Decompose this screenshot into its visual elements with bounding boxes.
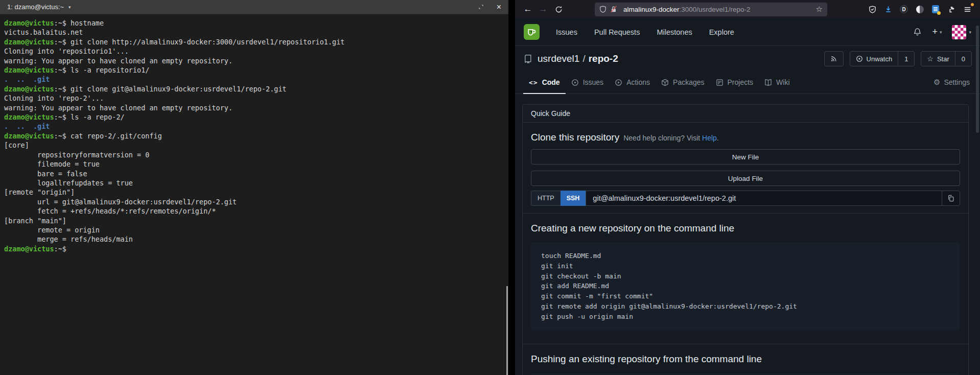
page-scrollbar-thumb[interactable]: [976, 26, 979, 133]
eye-icon: [856, 55, 863, 62]
help-link[interactable]: Help: [702, 134, 717, 142]
terminal-line: dzamo@victus:~$ git clone git@almalinux9…: [4, 84, 508, 93]
create-new-button[interactable]: + ▾: [932, 27, 942, 37]
terminal-line: fetch = +refs/heads/*:refs/remotes/origi…: [4, 206, 508, 216]
terminal-line: . .. .git: [4, 75, 508, 84]
terminal-line: bare = false: [4, 169, 508, 178]
tab-projects[interactable]: Projects: [710, 72, 759, 94]
bookmark-star-icon[interactable]: ☆: [816, 5, 823, 14]
http-toggle-button[interactable]: HTTP: [531, 191, 561, 206]
nav-item-pull-requests[interactable]: Pull Requests: [594, 28, 640, 36]
terminal-line: victus.balaitus.net: [4, 28, 508, 37]
nav-item-milestones[interactable]: Milestones: [657, 28, 692, 36]
reload-button[interactable]: [551, 6, 566, 13]
repo-owner-link[interactable]: usrdevel1: [538, 53, 579, 64]
copy-url-button[interactable]: [942, 191, 960, 206]
ssh-toggle-button[interactable]: SSH: [561, 191, 586, 206]
rss-button[interactable]: [824, 51, 844, 66]
clone-heading: Clone this repositoryNeed help cloning? …: [531, 132, 960, 143]
shield-icon[interactable]: [599, 6, 606, 13]
wiki-book-icon: [764, 79, 772, 86]
terminal-line: Cloning into 'repo-2'...: [4, 93, 508, 103]
unwatch-button-group: Unwatch 1: [850, 51, 915, 66]
terminal-line: Cloning into 'repositorio1'...: [4, 46, 508, 56]
plus-icon: +: [932, 27, 938, 37]
browser-toolbar: ← → almalinux9-docker:3000/usrdevel1/rep…: [515, 0, 980, 18]
package-cube-icon: [661, 79, 669, 86]
tab-issues[interactable]: Issues: [566, 72, 609, 94]
repo-book-icon: [523, 54, 533, 64]
tab-packages[interactable]: Packages: [656, 72, 710, 94]
gear-icon: ⚙: [934, 78, 940, 87]
forward-button[interactable]: →: [535, 4, 551, 14]
d-extension-icon[interactable]: D: [899, 5, 908, 14]
terminal-title: 1: dzamo@victus:~: [7, 3, 64, 11]
shield-check-extension-icon[interactable]: [868, 5, 877, 14]
close-icon[interactable]: ×: [497, 3, 501, 11]
user-menu[interactable]: ▾: [952, 25, 971, 39]
star-count[interactable]: 0: [955, 52, 971, 66]
download-icon[interactable]: [883, 5, 893, 14]
terminal-line: dzamo@victus:~$ ls -a repositorio1/: [4, 65, 508, 75]
url-text: almalinux9-docker:3000/usrdevel1/repo-2: [623, 6, 750, 13]
nav-item-explore[interactable]: Explore: [709, 28, 734, 36]
half-circle-extension-icon[interactable]: [915, 5, 924, 14]
notifications-bell-icon[interactable]: [913, 28, 922, 36]
tab-code[interactable]: <> Code: [523, 72, 566, 94]
terminal-line: repositoryformatversion = 0: [4, 150, 508, 159]
upload-file-button[interactable]: Upload File: [531, 171, 960, 186]
terminal-line: merge = refs/heads/main: [4, 235, 508, 244]
restore-window-icon[interactable]: [478, 4, 484, 10]
terminal-line: [core]: [4, 140, 508, 150]
clone-url-group: HTTP SSH git@almalinux9-docker:usrdevel1…: [531, 191, 960, 206]
terminal-line: [remote "origin"]: [4, 188, 508, 197]
unwatch-button[interactable]: Unwatch: [850, 52, 898, 66]
insecure-lock-icon[interactable]: [610, 6, 617, 13]
document-extension-icon[interactable]: [931, 5, 940, 14]
terminal-output: dzamo@victus:~$ hostnamevictus.balaitus.…: [0, 14, 508, 253]
terminal-line: filemode = true: [4, 159, 508, 169]
avatar: [952, 25, 966, 39]
terminal-scrollbar-thumb[interactable]: [506, 286, 508, 375]
browser-window: ← → almalinux9-docker:3000/usrdevel1/rep…: [515, 0, 980, 375]
clone-section: Clone this repositoryNeed help cloning? …: [523, 123, 968, 214]
tab-settings[interactable]: ⚙ Settings: [931, 72, 972, 94]
terminal-line: dzamo@victus:~$: [4, 244, 508, 253]
puzzle-extension-icon[interactable]: [947, 5, 956, 14]
new-file-button[interactable]: New File: [531, 149, 960, 165]
terminal-line: warning: You appear to have cloned an em…: [4, 56, 508, 65]
terminal-line: . .. .git: [4, 122, 508, 131]
repo-name-link[interactable]: repo-2: [589, 53, 618, 64]
terminal-line: remote = origin: [4, 225, 508, 235]
star-button[interactable]: ☆ Star: [921, 52, 954, 66]
watch-count[interactable]: 1: [898, 52, 914, 66]
menu-badge: [971, 3, 974, 6]
star-button-group: ☆ Star 0: [921, 51, 972, 66]
pushing-section: Pushing an existing repository from the …: [523, 344, 968, 375]
play-circle-icon: [615, 79, 622, 86]
pushing-code-block: [531, 373, 960, 375]
terminal-line: dzamo@victus:~$ git clone http://almalin…: [4, 37, 508, 46]
project-board-icon: [716, 79, 724, 86]
menu-hamburger-icon[interactable]: [963, 5, 972, 14]
tab-wiki[interactable]: Wiki: [759, 72, 795, 94]
terminal-line: dzamo@victus:~$ cat repo-2/.git/config: [4, 131, 508, 140]
code-icon: <>: [529, 79, 538, 86]
rss-icon: [825, 52, 843, 66]
chevron-down-icon[interactable]: ▾: [68, 5, 71, 10]
gitea-logo[interactable]: [524, 24, 540, 40]
nav-item-issues[interactable]: Issues: [556, 28, 577, 36]
terminal-titlebar[interactable]: 1: dzamo@victus:~ ▾ ×: [0, 0, 508, 14]
url-bar[interactable]: almalinux9-docker:3000/usrdevel1/repo-2 …: [595, 3, 827, 16]
repo-header: usrdevel1/repo-2 Unwatch 1: [515, 46, 980, 72]
tab-actions[interactable]: Actions: [609, 72, 656, 94]
clone-url-input[interactable]: git@almalinux9-docker:usrdevel1/repo-2.g…: [586, 191, 942, 206]
terminal-line: warning: You appear to have cloned an em…: [4, 103, 508, 112]
repo-title: usrdevel1/repo-2: [538, 53, 618, 64]
quick-guide-box: Quick Guide Clone this repositoryNeed he…: [522, 104, 969, 375]
creating-heading: Creating a new repository on the command…: [531, 223, 960, 234]
gitea-page: Issues Pull Requests Milestones Explore …: [515, 18, 980, 375]
back-button[interactable]: ←: [520, 4, 535, 14]
creating-section: Creating a new repository on the command…: [523, 214, 968, 344]
repo-content: Quick Guide Clone this repositoryNeed he…: [515, 94, 980, 375]
